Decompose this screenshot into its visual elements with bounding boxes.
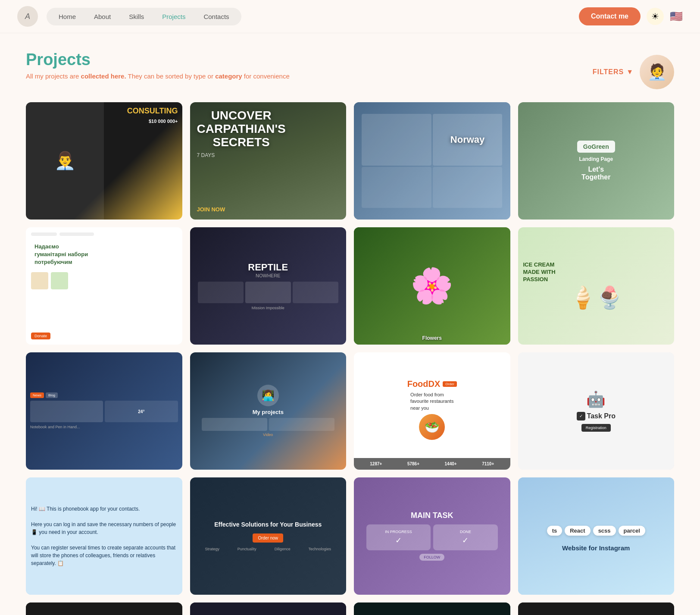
project-card-reptile[interactable]: REPTILE NOWHERE Mission Impossible (190, 227, 347, 345)
project-card-dark3[interactable]: SELECT * FROM users WHERE id = 1 ORDER B… (354, 602, 510, 615)
project-card-dark1[interactable]: $ git init > npm install import React fr… (26, 602, 182, 615)
sun-icon: ☀ (651, 11, 659, 22)
phonebook-text: Hi! 📖 This is phonebook app for your con… (26, 500, 182, 572)
myprojects-text: My projects (253, 409, 284, 415)
language-flag[interactable]: 🇺🇸 (670, 10, 683, 22)
project-card-phonebook[interactable]: Hi! 📖 This is phonebook app for your con… (26, 477, 182, 595)
subtitle-end: for convenience (244, 72, 290, 80)
consulting-text: CONSULTING$10 000 000+ (123, 102, 182, 129)
main-content: Projects All my projects are collected h… (0, 33, 700, 615)
project-card-consulting[interactable]: 👨‍💼 CONSULTING$10 000 000+ (26, 102, 182, 220)
projects-subtitle: All my projects are collected here. They… (26, 72, 290, 80)
nav-projects[interactable]: Projects (154, 10, 193, 23)
site-header: A Home About Skills Projects Contacts Co… (0, 0, 700, 33)
project-card-humanitarian[interactable]: Надаємогуманітарні наборипотребуючим Don… (26, 227, 182, 345)
project-card-flowers[interactable]: 🌸 Flowers (354, 227, 510, 345)
filters-label: FILTERS (593, 68, 624, 76)
subtitle-mid: They can be sorted by type or (128, 72, 213, 80)
project-card-carpathian[interactable]: UNCOVERCARPATHIAN'SSECRETS 7 DAYS JOIN N… (190, 102, 347, 220)
solutions-text: Effective Solutions for Your Business (214, 521, 322, 529)
chevron-down-icon: ▼ (626, 68, 634, 76)
projects-grid: 👨‍💼 CONSULTING$10 000 000+ UNCOVERCARPAT… (26, 102, 674, 615)
instagram-pills: ts React scss parcel (542, 521, 650, 541)
instagram-title: Website for Instagram (562, 544, 630, 552)
project-card-icecream[interactable]: ICE CREAMMADE WITHPASSION 🍦🍨 (518, 227, 675, 345)
logo[interactable]: A (17, 6, 38, 27)
theme-toggle-button[interactable]: ☀ (647, 8, 664, 25)
nav-skills[interactable]: Skills (121, 10, 152, 23)
filters-block: FILTERS ▼ 🧑‍💼 (593, 55, 674, 89)
project-card-taskpro[interactable]: 🤖 ✓ Task Pro Registration (518, 352, 675, 470)
norway-text: Norway (450, 134, 484, 145)
project-card-fooddx[interactable]: FoodDX Order Order food fromfavourite re… (354, 352, 510, 470)
project-card-solutions[interactable]: Effective Solutions for Your Business Or… (190, 477, 347, 595)
project-card-norway[interactable]: Norway (354, 102, 510, 220)
fooddx-label: FoodDX (407, 379, 441, 389)
taskpro-text: Task Pro (587, 412, 616, 420)
filters-button[interactable]: FILTERS ▼ (593, 68, 634, 76)
projects-header: Projects All my projects are collected h… (26, 50, 674, 89)
project-card-dark2[interactable]: const data = [] fetch('/api/data') .then… (190, 602, 347, 615)
subtitle-bold2: category (215, 72, 242, 80)
pill-parcel: parcel (619, 526, 645, 536)
header-illustration: 🧑‍💼 (640, 55, 674, 89)
project-card-instagram[interactable]: ts React scss parcel Website for Instagr… (518, 477, 675, 595)
projects-title-block: Projects All my projects are collected h… (26, 50, 290, 80)
contact-button[interactable]: Contact me (579, 7, 641, 25)
header-actions: Contact me ☀ 🇺🇸 (579, 7, 683, 25)
uncover-text: UNCOVERCARPATHIAN'SSECRETS (197, 109, 286, 149)
pill-scss: scss (593, 526, 616, 536)
page-title: Projects (26, 50, 290, 69)
nav-about[interactable]: About (86, 10, 119, 23)
pill-react: React (565, 526, 590, 536)
project-card-myprojects[interactable]: 👩‍💻 My projects Video (190, 352, 347, 470)
subtitle-plain: All my projects are (26, 72, 79, 80)
project-card-violet[interactable]: MAIN TASK IN PROGRESS ✓ DONE ✓ FOLLOW (354, 477, 510, 595)
project-card-news[interactable]: News Blog 24° Notebook and Pen in Hand..… (26, 352, 182, 470)
pill-ts: ts (547, 526, 562, 536)
nav-contacts[interactable]: Contacts (196, 10, 237, 23)
fooddx-stats: 1287+ 5786+ 1440+ 7110+ (354, 458, 510, 470)
subtitle-bold1: collected here. (81, 72, 126, 80)
violet-text: MAIN TASK (411, 511, 453, 520)
project-card-gogreen[interactable]: GoGreen Landing Page Let'sTogether (518, 102, 675, 220)
humanitarian-text: Надаємогуманітарні наборипотребуючим (31, 239, 91, 270)
project-card-dark4[interactable]: @keyframes spin { from { rotate: 0 } to … (518, 602, 675, 615)
main-nav: Home About Skills Projects Contacts (47, 8, 241, 25)
nav-home[interactable]: Home (51, 10, 84, 23)
logo-text: A (25, 12, 30, 21)
